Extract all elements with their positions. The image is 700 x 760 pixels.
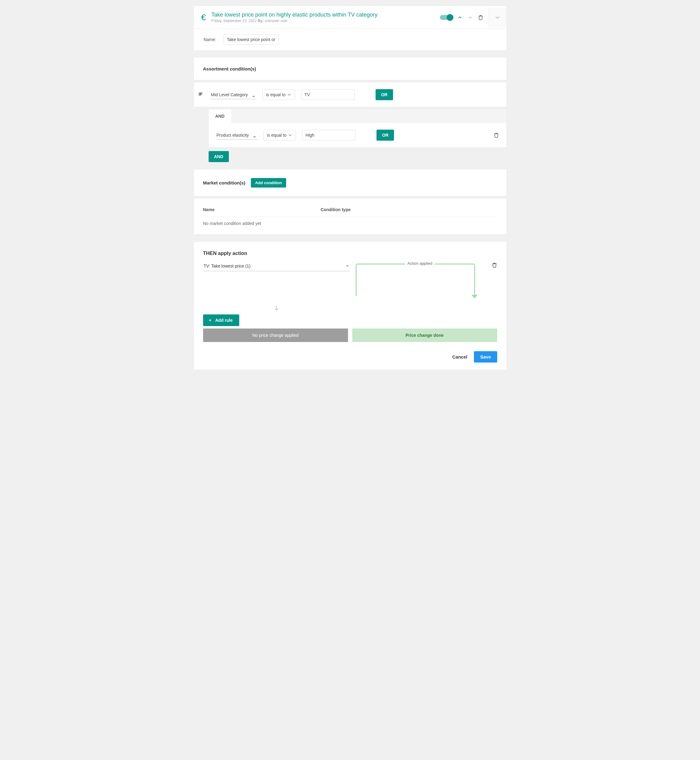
if-label: IF (194, 83, 208, 107)
condition-operator-select[interactable]: is equal to (264, 133, 296, 138)
add-rule-label: Add rule (216, 318, 233, 323)
market-empty-text: No market condition added yet (203, 217, 497, 226)
name-label: Name: (204, 37, 216, 42)
or-button[interactable]: OR (376, 89, 393, 100)
name-input[interactable] (223, 34, 279, 45)
if-block: IF Mid Level Category is equal to OR (194, 83, 506, 107)
condition-field-value: Product elasticity (216, 131, 258, 140)
move-up-button[interactable] (457, 14, 462, 20)
condition-row: Mid Level Category is equal to OR (211, 89, 499, 100)
delete-condition-button[interactable] (494, 132, 499, 138)
delete-action-button[interactable] (492, 262, 497, 268)
condition-value-input[interactable] (302, 130, 356, 140)
assortment-title: Assortment condition(s) (203, 66, 497, 71)
action-select-value: TV: Take lowest price (1) (204, 264, 251, 269)
price-change-done-bar: Price change done (352, 328, 497, 342)
condition-field-select[interactable]: Product elasticity (216, 133, 258, 138)
and-tab: AND (209, 109, 231, 123)
rule-subtitle: Friday, September 23, 2022 By: unknown u… (211, 19, 377, 23)
condition-operator-select[interactable]: is equal to (262, 92, 295, 97)
rule-title: Take lowest price point on highly elasti… (211, 12, 377, 18)
plus-icon: ＋ (208, 317, 212, 323)
market-table: Name Condition type No market condition … (194, 199, 506, 235)
by-label: By: (258, 19, 264, 23)
arrowhead-icon (472, 295, 478, 299)
down-arrow-icon (203, 305, 350, 311)
action-select[interactable]: TV: Take lowest price (1) (203, 262, 350, 271)
expand-toggle[interactable] (488, 8, 506, 27)
assortment-section-header: Assortment condition(s) (194, 58, 506, 80)
cancel-button[interactable]: Cancel (451, 351, 469, 363)
condition-row: Product elasticity is equal to OR (209, 123, 506, 147)
action-flow-diagram: Action applied (356, 262, 484, 296)
or-button[interactable]: OR (377, 130, 394, 141)
rule-header: € Take lowest price point on highly elas… (194, 6, 506, 28)
market-col-type: Condition type (321, 207, 351, 212)
move-down-button[interactable] (467, 14, 473, 20)
enable-toggle[interactable] (440, 15, 452, 20)
and-add-button[interactable]: AND (209, 151, 229, 162)
add-condition-button[interactable]: Add condition (251, 178, 286, 188)
condition-field-value: Mid Level Category (211, 91, 257, 99)
delete-rule-button[interactable] (478, 14, 483, 20)
save-button[interactable]: Save (474, 351, 497, 363)
market-title: Market condition(s) (203, 180, 245, 185)
market-col-name: Name (203, 207, 321, 212)
condition-value-input[interactable] (301, 89, 355, 100)
then-title: THEN apply action (203, 250, 497, 256)
add-rule-button[interactable]: ＋ Add rule (203, 314, 239, 326)
then-section: THEN apply action TV: Take lowest price … (194, 242, 506, 370)
and-block: AND Product elasticity is equal to OR (209, 109, 506, 147)
name-row: Name: (194, 29, 506, 50)
rule-date: Friday, September 23, 2022 (211, 19, 257, 23)
condition-field-select[interactable]: Mid Level Category (211, 92, 257, 97)
market-section-header: Market condition(s) Add condition (194, 169, 506, 196)
euro-icon: € (201, 13, 206, 22)
no-change-bar: No price change applied (203, 328, 348, 342)
by-value: unknown user (265, 19, 288, 23)
flow-label: Action applied (405, 261, 435, 266)
